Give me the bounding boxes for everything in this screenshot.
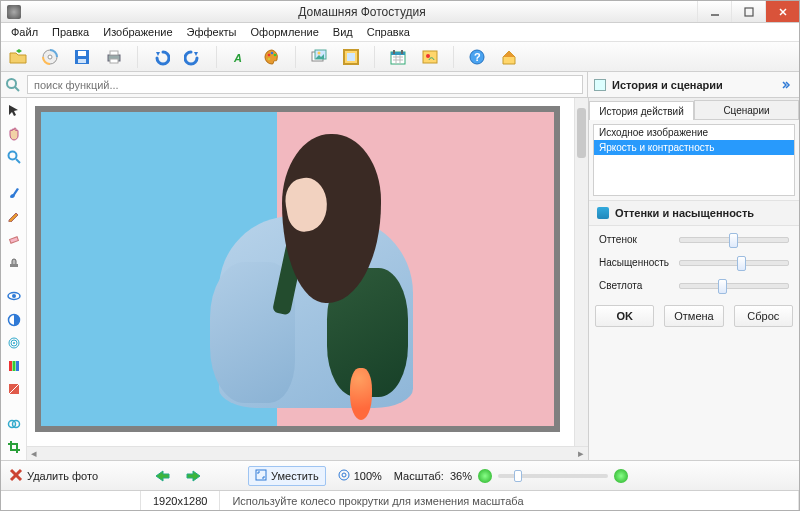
slider-track[interactable] [679, 260, 789, 266]
undo-icon [152, 48, 170, 66]
tool-blur[interactable] [4, 334, 24, 351]
svg-text:?: ? [474, 51, 481, 63]
right-panel-title: История и сценарии [612, 79, 775, 91]
svg-rect-8 [78, 59, 86, 63]
search-bar [1, 72, 588, 98]
right-panel-header: История и сценарии [588, 72, 799, 98]
slider-saturation: Насыщенность [599, 257, 789, 268]
history-item[interactable]: Исходное изображение [594, 125, 794, 140]
image-content [41, 112, 554, 426]
palette-button[interactable] [261, 46, 283, 68]
maximize-button[interactable] [731, 1, 765, 22]
zoom-in-button[interactable] [614, 469, 628, 483]
tool-brush[interactable] [4, 183, 24, 200]
menu-file[interactable]: Файл [5, 24, 44, 40]
horizontal-scrollbar[interactable]: ◂ ▸ [27, 446, 588, 460]
svg-line-31 [15, 87, 19, 91]
delete-photo-button[interactable]: Удалить фото [9, 468, 98, 484]
print-button[interactable] [103, 46, 125, 68]
slider-thumb[interactable] [737, 256, 746, 271]
fit-button[interactable]: Уместить [248, 466, 326, 486]
tool-hand[interactable] [4, 125, 24, 142]
panel-collapse-icon[interactable] [781, 79, 793, 91]
menu-view[interactable]: Вид [327, 24, 359, 40]
ok-button[interactable]: OK [595, 305, 654, 327]
tab-history[interactable]: История действий [589, 101, 694, 120]
prev-photo-button[interactable] [152, 467, 172, 485]
svg-point-41 [13, 342, 15, 344]
zoom-group: Масштаб: 36% [394, 469, 628, 483]
menu-decoration[interactable]: Оформление [245, 24, 325, 40]
history-list[interactable]: Исходное изображение Яркость и контрастн… [593, 124, 795, 196]
minimize-button[interactable] [697, 1, 731, 22]
postcard-button[interactable] [419, 46, 441, 68]
menu-image[interactable]: Изображение [97, 24, 178, 40]
save-button[interactable] [71, 46, 93, 68]
redo-button[interactable] [182, 46, 204, 68]
svg-rect-10 [110, 51, 118, 55]
tool-eraser[interactable] [4, 230, 24, 247]
frame-button[interactable] [340, 46, 362, 68]
scale-label: Масштаб: [394, 470, 444, 482]
reset-button[interactable]: Сброс [734, 305, 793, 327]
svg-point-16 [268, 57, 271, 60]
slider-label: Насыщенность [599, 257, 673, 268]
text-button[interactable]: A [229, 46, 251, 68]
hsl-buttons: OK Отмена Сброс [589, 295, 799, 337]
tool-contrast[interactable] [4, 311, 24, 328]
printer-icon [105, 48, 123, 66]
hundred-percent-button[interactable]: 100% [338, 469, 382, 483]
disc-icon [41, 48, 59, 66]
tool-pointer[interactable] [4, 102, 24, 119]
slider-track[interactable] [679, 237, 789, 243]
menu-help[interactable]: Справка [361, 24, 416, 40]
tool-pencil[interactable] [4, 206, 24, 223]
close-button[interactable] [765, 1, 799, 22]
vertical-scrollbar[interactable] [574, 98, 588, 446]
tool-adjust[interactable] [4, 381, 24, 398]
slider-track[interactable] [679, 283, 789, 289]
calendar-icon [389, 48, 407, 66]
home-button[interactable] [498, 46, 520, 68]
zoom-slider[interactable] [498, 474, 608, 478]
zoom-thumb[interactable] [514, 470, 522, 482]
toolbox [1, 98, 27, 460]
svg-line-33 [16, 159, 20, 163]
help-button[interactable]: ? [466, 46, 488, 68]
tool-zoom[interactable] [4, 149, 24, 166]
svg-point-14 [271, 51, 274, 54]
pictures-button[interactable] [308, 46, 330, 68]
tool-stamp[interactable] [4, 253, 24, 270]
undo-button[interactable] [150, 46, 172, 68]
status-resolution: 1920x1280 [141, 491, 220, 510]
cancel-button[interactable]: Отмена [664, 305, 723, 327]
cd-button[interactable] [39, 46, 61, 68]
slider-label: Оттенок [599, 234, 673, 245]
next-photo-button[interactable] [184, 467, 204, 485]
scroll-right-icon[interactable]: ▸ [574, 447, 588, 460]
menu-effects[interactable]: Эффекты [181, 24, 243, 40]
home-icon [500, 48, 518, 66]
zoom-out-button[interactable] [478, 469, 492, 483]
svg-rect-1 [745, 8, 753, 16]
svg-text:A: A [233, 52, 242, 64]
scroll-left-icon[interactable]: ◂ [27, 447, 41, 460]
tool-clone[interactable] [4, 415, 24, 432]
palette-icon [263, 48, 281, 66]
tool-levels[interactable] [4, 358, 24, 375]
open-button[interactable] [7, 46, 29, 68]
search-input[interactable] [27, 75, 583, 94]
slider-thumb[interactable] [718, 279, 727, 294]
tool-crop[interactable] [4, 439, 24, 456]
canvas-wrap: ◂ ▸ [27, 98, 588, 460]
tab-scenarios[interactable]: Сценарии [694, 100, 799, 119]
history-item-selected[interactable]: Яркость и контрастность [594, 140, 794, 155]
canvas[interactable] [27, 98, 574, 446]
calendar-button[interactable] [387, 46, 409, 68]
menu-edit[interactable]: Правка [46, 24, 95, 40]
slider-thumb[interactable] [729, 233, 738, 248]
tool-eye[interactable] [4, 288, 24, 305]
delete-label: Удалить фото [27, 470, 98, 482]
svg-rect-34 [9, 237, 18, 243]
main-toolbar: A ? [1, 42, 799, 72]
